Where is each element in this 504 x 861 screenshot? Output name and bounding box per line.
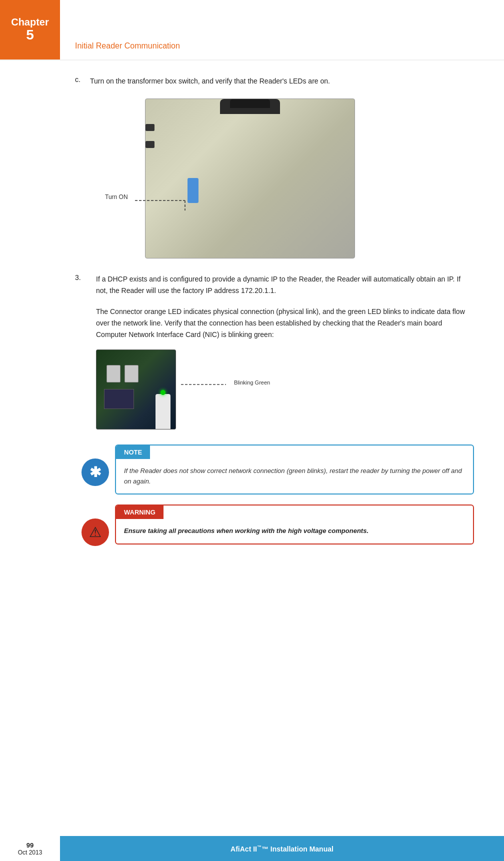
box-handle (220, 99, 280, 114)
paragraph-2: The Connector orange LED indicates physi… (96, 306, 474, 340)
note-section: ✱ NOTE If the Reader does not show corre… (75, 444, 474, 495)
nic-connector-2 (124, 365, 138, 382)
note-header-bar: NOTE (116, 446, 473, 459)
nic-connector-1 (106, 365, 120, 382)
step-c: c. Turn on the transformer box switch, a… (75, 76, 474, 86)
warning-box: WARNING Ensure taking all precautions wh… (115, 504, 474, 544)
step-3-num: 3. (75, 274, 90, 296)
warning-icon-area: ⚠ (75, 504, 115, 546)
nic-chip (104, 389, 134, 409)
nic-cable (156, 394, 170, 429)
nic-callout-area: Blinking Green (176, 350, 270, 388)
header-title-area: Initial Reader Communication (60, 0, 180, 60)
turn-on-callout: Turn ON (105, 194, 128, 200)
footer-manual-suffix: ™ Installation Manual (262, 844, 334, 852)
chapter-word: Chapter (11, 16, 49, 28)
warning-header-label: WARNING (116, 506, 164, 519)
note-icon: ✱ (82, 458, 109, 486)
step-3: 3. If a DHCP exists and is configured to… (75, 274, 474, 296)
step-c-label: c. (75, 76, 84, 86)
warning-header-bar: WARNING (116, 506, 473, 519)
footer-date: Oct 2013 (18, 849, 42, 856)
note-header-label: NOTE (116, 446, 150, 459)
trademark-symbol: ™ (257, 844, 262, 850)
step-3-text: If a DHCP exists and is configured to pr… (96, 274, 474, 296)
transformer-image-area: Turn ON (105, 98, 355, 258)
warning-icon: ⚠ (82, 518, 109, 546)
footer-center: AfiAct II™™ Installation Manual (60, 836, 504, 861)
step-c-text: Turn on the transformer box switch, and … (90, 76, 330, 86)
chapter-number: 5 (26, 28, 34, 43)
left-handles (146, 124, 154, 148)
page-footer: 99 Oct 2013 AfiAct II™™ Installation Man… (0, 836, 504, 861)
page-title: Initial Reader Communication (75, 42, 180, 50)
footer-product-name: AfiAct II (230, 844, 257, 852)
chapter-badge: Chapter 5 (0, 0, 60, 60)
handle-knob-1 (146, 124, 154, 131)
page-number: 99 (26, 842, 34, 849)
warning-body-text: Ensure taking all precautions when worki… (116, 519, 473, 544)
nic-image-area: Blinking Green (96, 350, 474, 430)
note-box: NOTE If the Reader does not show correct… (115, 444, 474, 495)
note-icon-area: ✱ (75, 444, 115, 486)
box-handle-inner (230, 99, 270, 108)
nic-callout-line-svg (181, 380, 231, 388)
warning-section: ⚠ WARNING Ensure taking all precautions … (75, 504, 474, 546)
nic-blinking-green-label: Blinking Green (234, 380, 270, 386)
footer-manual-title: AfiAct II™™ Installation Manual (230, 844, 334, 853)
transformer-image (145, 98, 355, 258)
handle-knob-2 (146, 141, 154, 148)
page-header: Chapter 5 Initial Reader Communication (0, 0, 504, 60)
note-body-text: If the Reader does not show correct netw… (116, 459, 473, 494)
nic-green-led (160, 390, 166, 395)
callout-arrow (135, 196, 195, 216)
nic-connectors (106, 365, 138, 382)
turn-on-label: Turn ON (105, 194, 128, 200)
footer-left: 99 Oct 2013 (0, 836, 60, 861)
main-content: c. Turn on the transformer box switch, a… (0, 60, 504, 576)
nic-image (96, 350, 176, 430)
